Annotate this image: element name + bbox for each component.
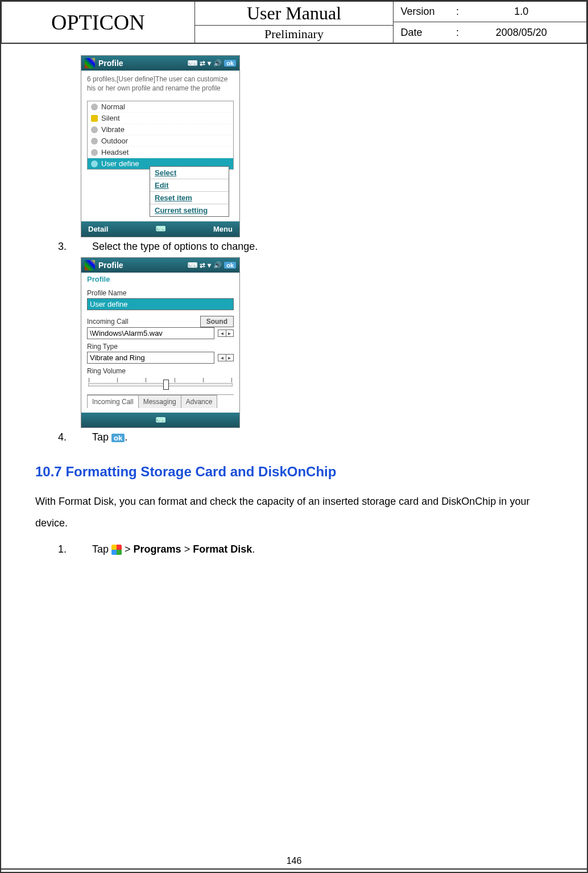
meta-version-row: Version : 1.0: [394, 2, 587, 22]
profile-list[interactable]: Normal Silent Vibrate Outdoor Headset Us…: [87, 101, 234, 170]
content-area: Profile ⌨ ⇄ ▾ 🔊 ok 6 profiles,[User defi…: [1, 44, 587, 571]
tab-incoming-call[interactable]: Incoming Call: [87, 395, 139, 408]
start-icon[interactable]: [85, 260, 95, 270]
profile-label: Normal: [101, 102, 125, 111]
signal-icon: ▾: [208, 261, 211, 269]
label-ring-type: Ring Type: [87, 343, 234, 351]
label-ring-volume: Ring Volume: [87, 367, 234, 375]
tab-advance[interactable]: Advance: [181, 395, 218, 408]
step-text: Tap > Programs > Format Disk.: [92, 543, 553, 555]
profile-label: Outdoor: [101, 137, 128, 145]
label-incoming-call: Incoming Call: [87, 318, 129, 326]
softkey-right[interactable]: Menu: [213, 225, 233, 233]
screenshot-profile-edit: Profile ⌨ ⇄ ▾ 🔊 ok Profile Profile Name …: [81, 257, 240, 428]
profile-item-outdoor[interactable]: Outdoor: [88, 135, 233, 147]
section-heading-10-7: 10.7 Formatting Storage Card and DiskOnC…: [35, 464, 553, 480]
profile-item-vibrate[interactable]: Vibrate: [88, 124, 233, 135]
input-icon: ⌨: [188, 261, 197, 269]
section-title: Profile: [81, 273, 239, 286]
body-paragraph: With Format Disk, you can format and che…: [35, 491, 553, 534]
programs-label: Programs: [134, 543, 181, 555]
softkey-bar: Detail ⌨ Menu: [81, 221, 239, 237]
step-text: Tap ok.: [92, 431, 553, 443]
step-4: 4. Tap ok.: [58, 431, 553, 443]
screenshot-profile-menu: Profile ⌨ ⇄ ▾ 🔊 ok 6 profiles,[User defi…: [81, 55, 240, 237]
profile-label: Headset: [101, 148, 129, 157]
meta-date-row: Date : 2008/05/20: [394, 22, 587, 43]
profile-item-silent[interactable]: Silent: [88, 113, 233, 124]
sync-icon: ⇄: [200, 261, 205, 269]
step-format-1: 1. Tap > Programs > Format Disk.: [58, 543, 553, 555]
menu-edit[interactable]: Edit: [150, 179, 229, 192]
speaker-icon: 🔊: [213, 59, 222, 67]
ok-button[interactable]: ok: [224, 60, 236, 67]
softkey-left[interactable]: Detail: [88, 225, 108, 233]
status-icons: ⌨ ⇄ ▾ 🔊 ok: [188, 261, 236, 269]
titlebar[interactable]: Profile ⌨ ⇄ ▾ 🔊 ok: [81, 258, 239, 273]
text: >: [184, 543, 193, 555]
start-icon[interactable]: [85, 58, 95, 68]
keyboard-icon[interactable]: ⌨: [156, 225, 165, 233]
slider-thumb[interactable]: [163, 380, 169, 390]
title-cell: User Manual Preliminary: [194, 2, 394, 44]
input-icon: ⌨: [188, 59, 197, 67]
keyboard-icon[interactable]: ⌨: [156, 416, 165, 424]
text: >: [125, 543, 134, 555]
profile-item-headset[interactable]: Headset: [88, 147, 233, 158]
footer-rule: [1, 868, 587, 870]
tab-messaging[interactable]: Messaging: [138, 395, 181, 408]
step-3: 3. Select the type of options to change.: [58, 241, 553, 253]
tab-bar: Incoming Call Messaging Advance: [87, 394, 234, 408]
signal-icon: ▾: [208, 59, 211, 67]
text: Tap: [92, 431, 111, 443]
brand: OPTICON: [2, 2, 195, 44]
status-icons: ⌨ ⇄ ▾ 🔊 ok: [188, 59, 236, 67]
input-ring-type[interactable]: Vibrate and Ring: [87, 352, 214, 364]
label-profile-name: Profile Name: [87, 289, 234, 297]
softkey-bar: ⌨: [81, 413, 239, 427]
ok-button[interactable]: ok: [224, 262, 236, 269]
colon: :: [452, 27, 463, 39]
profile-hint: 6 profiles,[User define]The user can cus…: [87, 75, 234, 93]
date-value: 2008/05/20: [463, 27, 579, 39]
titlebar[interactable]: Profile ⌨ ⇄ ▾ 🔊 ok: [81, 56, 239, 71]
speaker-icon: 🔊: [213, 261, 222, 269]
windows-start-icon: [111, 545, 122, 555]
version-label: Version: [400, 6, 452, 18]
profile-label: User define: [101, 159, 139, 168]
window-title: Profile: [98, 59, 188, 68]
text: .: [125, 431, 127, 443]
spinner-incoming[interactable]: ◂▸: [218, 330, 234, 337]
sound-button[interactable]: Sound: [200, 316, 234, 327]
profile-label: Vibrate: [101, 125, 125, 134]
page-number: 146: [1, 856, 587, 866]
profile-item-normal[interactable]: Normal: [88, 101, 233, 113]
step-number: 4.: [58, 431, 92, 443]
input-profile-name[interactable]: User define: [87, 298, 234, 310]
menu-reset[interactable]: Reset item: [150, 192, 229, 204]
document-header: OPTICON User Manual Preliminary Version …: [1, 1, 587, 44]
text: Tap: [92, 543, 111, 555]
date-label: Date: [400, 27, 452, 39]
version-value: 1.0: [463, 6, 579, 18]
ok-icon: ok: [111, 434, 125, 442]
doc-title: User Manual: [195, 2, 394, 26]
colon: :: [452, 6, 463, 18]
context-menu[interactable]: Select Edit Reset item Current setting: [150, 166, 229, 217]
step-text: Select the type of options to change.: [92, 241, 553, 253]
sync-icon: ⇄: [200, 59, 205, 67]
window-title: Profile: [98, 261, 188, 270]
slider-ring-volume[interactable]: [88, 383, 233, 386]
menu-select[interactable]: Select: [150, 167, 229, 179]
spinner-ringtype[interactable]: ◂▸: [218, 354, 234, 361]
page: OPTICON User Manual Preliminary Version …: [0, 0, 588, 873]
profile-label: Silent: [101, 114, 120, 122]
step-number: 1.: [58, 543, 92, 555]
menu-current[interactable]: Current setting: [150, 204, 229, 216]
doc-subtitle: Preliminary: [195, 26, 394, 43]
text: .: [252, 543, 255, 555]
input-incoming-call[interactable]: \Windows\Alarm5.wav: [87, 327, 214, 339]
step-number: 3.: [58, 241, 92, 253]
format-disk-label: Format Disk: [193, 543, 252, 555]
